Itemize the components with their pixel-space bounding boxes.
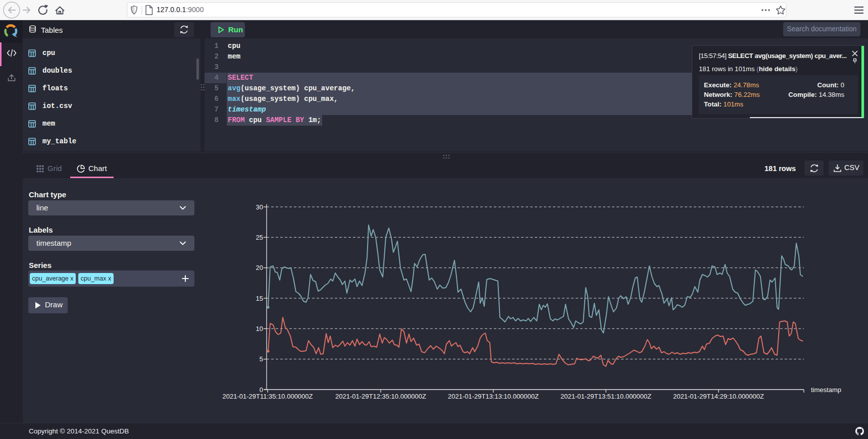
svg-text:2021-01-29T14:29:10.000000Z: 2021-01-29T14:29:10.000000Z — [673, 393, 764, 400]
svg-text:20: 20 — [256, 264, 263, 271]
svg-text:30: 30 — [256, 203, 263, 211]
svg-text:2021-01-29T13:51:10.000000Z: 2021-01-29T13:51:10.000000Z — [560, 393, 651, 400]
svg-text:2021-01-29T11:35:10.000000Z: 2021-01-29T11:35:10.000000Z — [222, 393, 313, 400]
svg-text:10: 10 — [256, 325, 263, 333]
svg-text:25: 25 — [256, 234, 263, 241]
svg-text:timestamp: timestamp — [811, 386, 841, 394]
svg-text:5: 5 — [260, 355, 263, 363]
svg-text:15: 15 — [256, 295, 263, 302]
svg-text:2021-01-29T13:13:10.000000Z: 2021-01-29T13:13:10.000000Z — [448, 393, 539, 400]
svg-text:2021-01-29T12:35:10.000000Z: 2021-01-29T12:35:10.000000Z — [335, 393, 426, 400]
